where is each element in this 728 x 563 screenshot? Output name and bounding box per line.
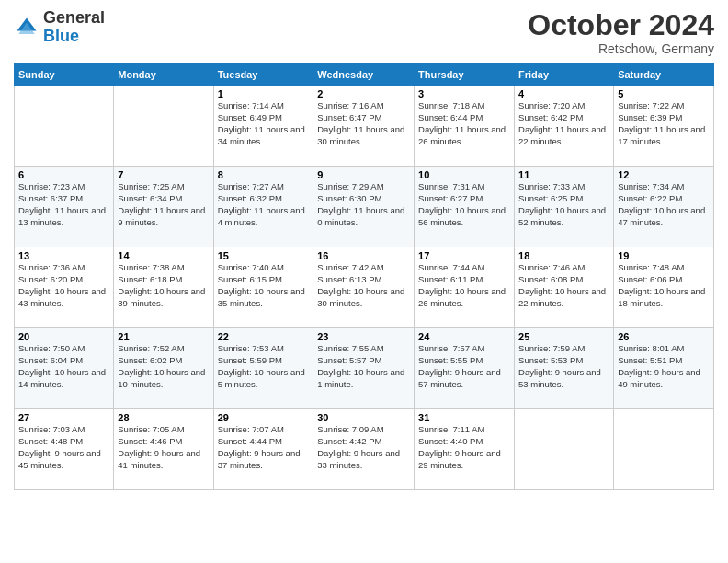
day-info: Sunrise: 7:50 AMSunset: 6:04 PMDaylight:… <box>18 343 106 388</box>
day-info: Sunrise: 7:09 AMSunset: 4:42 PMDaylight:… <box>317 424 400 469</box>
calendar-cell: 19 Sunrise: 7:48 AMSunset: 6:06 PMDaylig… <box>614 247 714 328</box>
calendar-cell: 22 Sunrise: 7:53 AMSunset: 5:59 PMDaylig… <box>213 328 313 409</box>
day-info: Sunrise: 7:33 AMSunset: 6:25 PMDaylight:… <box>518 181 606 226</box>
calendar-cell: 3 Sunrise: 7:18 AMSunset: 6:44 PMDayligh… <box>415 86 515 167</box>
day-info: Sunrise: 7:25 AMSunset: 6:34 PMDaylight:… <box>118 181 205 226</box>
calendar-cell <box>114 86 213 167</box>
day-number: 18 <box>518 250 609 261</box>
day-number: 19 <box>618 250 710 261</box>
calendar-cell: 4 Sunrise: 7:20 AMSunset: 6:42 PMDayligh… <box>515 86 614 167</box>
calendar-cell: 2 Sunrise: 7:16 AMSunset: 6:47 PMDayligh… <box>313 86 415 167</box>
month-title: October 2024 <box>528 9 714 41</box>
calendar-cell: 1 Sunrise: 7:14 AMSunset: 6:49 PMDayligh… <box>213 86 313 167</box>
calendar-cell: 11 Sunrise: 7:33 AMSunset: 6:25 PMDaylig… <box>515 167 614 247</box>
day-info: Sunrise: 7:59 AMSunset: 5:53 PMDaylight:… <box>518 343 601 388</box>
day-number: 29 <box>218 412 310 423</box>
day-info: Sunrise: 7:46 AMSunset: 6:08 PMDaylight:… <box>518 262 606 307</box>
day-info: Sunrise: 7:42 AMSunset: 6:13 PMDaylight:… <box>317 262 404 307</box>
calendar-cell: 9 Sunrise: 7:29 AMSunset: 6:30 PMDayligh… <box>313 167 415 247</box>
calendar-header: SundayMondayTuesdayWednesdayThursdayFrid… <box>15 64 714 86</box>
day-number: 5 <box>618 88 710 99</box>
day-number: 8 <box>218 169 310 180</box>
day-number: 15 <box>218 250 310 261</box>
calendar-cell: 8 Sunrise: 7:27 AMSunset: 6:32 PMDayligh… <box>213 167 313 247</box>
calendar-cell: 30 Sunrise: 7:09 AMSunset: 4:42 PMDaylig… <box>313 409 415 490</box>
day-number: 27 <box>18 412 109 423</box>
day-info: Sunrise: 7:55 AMSunset: 5:57 PMDaylight:… <box>317 343 404 388</box>
day-number: 4 <box>518 88 609 99</box>
calendar-week-3: 13 Sunrise: 7:36 AMSunset: 6:20 PMDaylig… <box>15 247 714 328</box>
logo-text: General Blue <box>43 9 105 46</box>
day-info: Sunrise: 7:40 AMSunset: 6:15 PMDaylight:… <box>218 262 305 307</box>
weekday-header-wednesday: Wednesday <box>313 64 415 86</box>
logo: General Blue <box>14 9 105 46</box>
day-number: 31 <box>418 412 510 423</box>
calendar-body: 1 Sunrise: 7:14 AMSunset: 6:49 PMDayligh… <box>15 86 714 490</box>
day-info: Sunrise: 7:20 AMSunset: 6:42 PMDaylight:… <box>518 100 606 145</box>
day-info: Sunrise: 7:34 AMSunset: 6:22 PMDaylight:… <box>618 181 705 226</box>
day-number: 22 <box>218 331 310 342</box>
day-info: Sunrise: 7:14 AMSunset: 6:49 PMDaylight:… <box>218 100 305 145</box>
weekday-header-thursday: Thursday <box>415 64 515 86</box>
day-number: 6 <box>18 169 109 180</box>
calendar-cell: 24 Sunrise: 7:57 AMSunset: 5:55 PMDaylig… <box>415 328 515 409</box>
weekday-header-monday: Monday <box>114 64 213 86</box>
day-info: Sunrise: 7:07 AMSunset: 4:44 PMDaylight:… <box>218 424 301 469</box>
day-info: Sunrise: 7:05 AMSunset: 4:46 PMDaylight:… <box>118 424 200 469</box>
day-info: Sunrise: 7:18 AMSunset: 6:44 PMDaylight:… <box>418 100 506 145</box>
day-number: 16 <box>317 250 410 261</box>
calendar-cell: 23 Sunrise: 7:55 AMSunset: 5:57 PMDaylig… <box>313 328 415 409</box>
day-number: 21 <box>118 331 209 342</box>
calendar-week-5: 27 Sunrise: 7:03 AMSunset: 4:48 PMDaylig… <box>15 409 714 490</box>
calendar-cell: 21 Sunrise: 7:52 AMSunset: 6:02 PMDaylig… <box>114 328 213 409</box>
calendar-cell: 12 Sunrise: 7:34 AMSunset: 6:22 PMDaylig… <box>614 167 714 247</box>
calendar-cell: 7 Sunrise: 7:25 AMSunset: 6:34 PMDayligh… <box>114 167 213 247</box>
day-info: Sunrise: 8:01 AMSunset: 5:51 PMDaylight:… <box>618 343 700 388</box>
day-info: Sunrise: 7:53 AMSunset: 5:59 PMDaylight:… <box>218 343 305 388</box>
calendar-cell: 5 Sunrise: 7:22 AMSunset: 6:39 PMDayligh… <box>614 86 714 167</box>
day-number: 2 <box>317 88 410 99</box>
calendar-week-4: 20 Sunrise: 7:50 AMSunset: 6:04 PMDaylig… <box>15 328 714 409</box>
day-info: Sunrise: 7:44 AMSunset: 6:11 PMDaylight:… <box>418 262 506 307</box>
day-number: 14 <box>118 250 209 261</box>
calendar-cell: 10 Sunrise: 7:31 AMSunset: 6:27 PMDaylig… <box>415 167 515 247</box>
day-info: Sunrise: 7:38 AMSunset: 6:18 PMDaylight:… <box>118 262 205 307</box>
day-info: Sunrise: 7:57 AMSunset: 5:55 PMDaylight:… <box>418 343 501 388</box>
day-number: 23 <box>317 331 410 342</box>
calendar-cell: 27 Sunrise: 7:03 AMSunset: 4:48 PMDaylig… <box>15 409 114 490</box>
weekday-header-sunday: Sunday <box>15 64 114 86</box>
calendar-cell: 13 Sunrise: 7:36 AMSunset: 6:20 PMDaylig… <box>15 247 114 328</box>
day-number: 10 <box>418 169 510 180</box>
day-info: Sunrise: 7:27 AMSunset: 6:32 PMDaylight:… <box>218 181 305 226</box>
day-info: Sunrise: 7:48 AMSunset: 6:06 PMDaylight:… <box>618 262 705 307</box>
weekday-header-tuesday: Tuesday <box>213 64 313 86</box>
calendar-week-1: 1 Sunrise: 7:14 AMSunset: 6:49 PMDayligh… <box>15 86 714 167</box>
day-number: 7 <box>118 169 209 180</box>
calendar-cell: 26 Sunrise: 8:01 AMSunset: 5:51 PMDaylig… <box>614 328 714 409</box>
day-info: Sunrise: 7:23 AMSunset: 6:37 PMDaylight:… <box>18 181 106 226</box>
day-info: Sunrise: 7:11 AMSunset: 4:40 PMDaylight:… <box>418 424 501 469</box>
day-number: 11 <box>518 169 609 180</box>
calendar-cell: 28 Sunrise: 7:05 AMSunset: 4:46 PMDaylig… <box>114 409 213 490</box>
header: General Blue October 2024 Retschow, Germ… <box>14 9 714 56</box>
day-info: Sunrise: 7:16 AMSunset: 6:47 PMDaylight:… <box>317 100 404 145</box>
page: General Blue October 2024 Retschow, Germ… <box>0 0 728 563</box>
day-info: Sunrise: 7:03 AMSunset: 4:48 PMDaylight:… <box>18 424 101 469</box>
calendar-cell <box>15 86 114 167</box>
day-number: 13 <box>18 250 109 261</box>
day-number: 17 <box>418 250 510 261</box>
day-info: Sunrise: 7:22 AMSunset: 6:39 PMDaylight:… <box>618 100 705 145</box>
calendar-cell: 15 Sunrise: 7:40 AMSunset: 6:15 PMDaylig… <box>213 247 313 328</box>
day-number: 25 <box>518 331 609 342</box>
calendar-cell: 6 Sunrise: 7:23 AMSunset: 6:37 PMDayligh… <box>15 167 114 247</box>
day-number: 20 <box>18 331 109 342</box>
day-info: Sunrise: 7:31 AMSunset: 6:27 PMDaylight:… <box>418 181 506 226</box>
weekday-row: SundayMondayTuesdayWednesdayThursdayFrid… <box>15 64 714 86</box>
calendar-cell: 29 Sunrise: 7:07 AMSunset: 4:44 PMDaylig… <box>213 409 313 490</box>
day-number: 1 <box>218 88 310 99</box>
calendar-cell: 16 Sunrise: 7:42 AMSunset: 6:13 PMDaylig… <box>313 247 415 328</box>
calendar-week-2: 6 Sunrise: 7:23 AMSunset: 6:37 PMDayligh… <box>15 167 714 247</box>
calendar-cell: 18 Sunrise: 7:46 AMSunset: 6:08 PMDaylig… <box>515 247 614 328</box>
calendar-cell <box>614 409 714 490</box>
day-number: 12 <box>618 169 710 180</box>
